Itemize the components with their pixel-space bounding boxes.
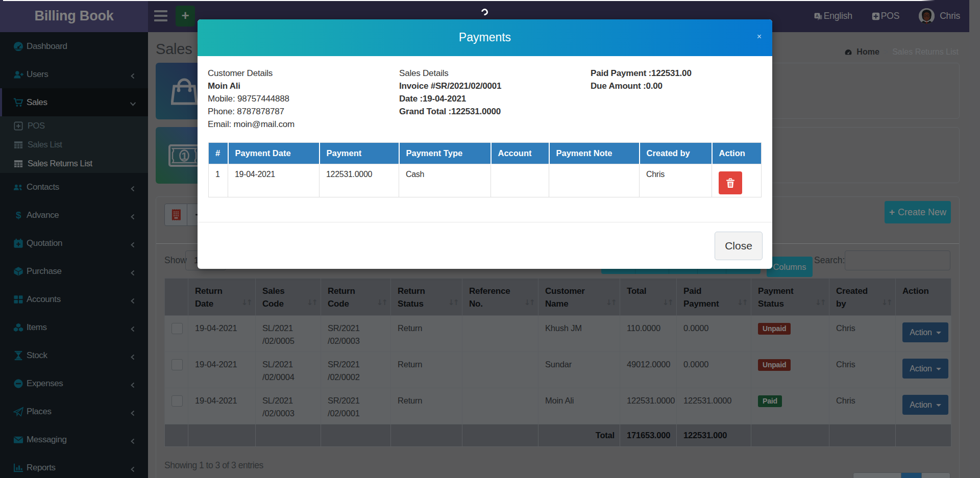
table-cell: [491, 164, 549, 197]
table-cell: [549, 164, 640, 197]
customer-name: Moin Ali: [208, 80, 295, 92]
table-cell: Cash: [399, 164, 491, 197]
payments-modal: Payments × Customer Details Moin Ali Mob…: [198, 19, 772, 269]
sales-grand-total: Grand Total :122531.0000: [399, 105, 501, 118]
modal-body: Customer Details Moin Ali Mobile: 987574…: [198, 56, 772, 222]
trash-icon: [726, 178, 735, 188]
table-cell: Chris: [640, 164, 712, 197]
scrollbar[interactable]: [969, 0, 980, 478]
sales-details: Sales Details Invoice #SR/2021/02/0001 D…: [399, 67, 501, 118]
table-cell: 1: [209, 164, 228, 197]
modal-footer: Close: [198, 222, 772, 269]
application-window: Billing Book + A English POS Chris: [0, 0, 980, 478]
customer-email: Email: moin@mail.com: [208, 118, 295, 131]
sales-invoice: Invoice #SR/2021/02/0001: [399, 80, 501, 92]
modal-header: Payments ×: [198, 19, 772, 56]
sales-details-heading: Sales Details: [399, 67, 501, 80]
paid-payment: Paid Payment :122531.00: [591, 67, 692, 80]
payment-summary: Paid Payment :122531.00 Due Amount :0.00: [591, 67, 692, 92]
customer-details: Customer Details Moin Ali Mobile: 987574…: [208, 67, 295, 131]
table-cell: [712, 164, 762, 197]
close-icon[interactable]: ×: [757, 33, 762, 41]
customer-details-heading: Customer Details: [208, 67, 295, 80]
delete-payment-button[interactable]: [719, 171, 742, 194]
payments-table: # Payment Date Payment Payment Type Acco…: [208, 142, 762, 197]
sales-date: Date :19-04-2021: [399, 92, 501, 105]
table-cell: 19-04-2021: [228, 164, 320, 197]
payments-row: 1 19-04-2021 122531.0000 Cash Chris: [209, 164, 762, 197]
modal-title: Payments: [198, 19, 772, 55]
customer-phone: Phone: 8787878787: [208, 105, 295, 118]
close-button[interactable]: Close: [715, 232, 763, 260]
payments-header-row: # Payment Date Payment Payment Type Acco…: [209, 143, 762, 164]
customer-mobile: Mobile: 98757444888: [208, 92, 295, 105]
loading-bar: [3, 0, 935, 1]
table-cell: 122531.0000: [320, 164, 399, 197]
due-amount: Due Amount :0.00: [591, 80, 692, 92]
